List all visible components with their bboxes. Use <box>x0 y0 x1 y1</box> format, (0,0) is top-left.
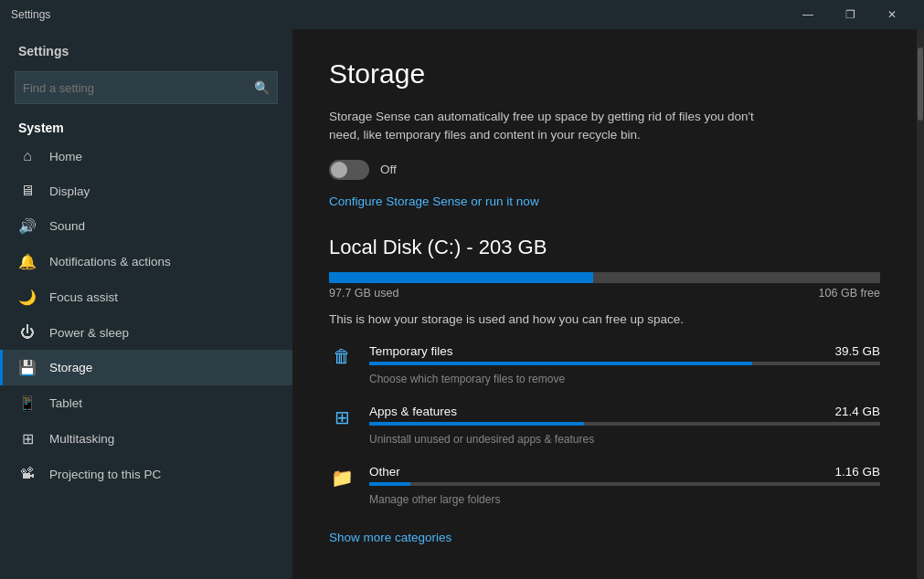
search-icon[interactable]: 🔍 <box>254 80 270 95</box>
app-title: Settings <box>11 8 50 21</box>
home-icon: ⌂ <box>18 148 37 164</box>
storage-item-temp[interactable]: 🗑 Temporary files 39.5 GB Choose which t… <box>329 344 880 386</box>
sidebar-label-tablet: Tablet <box>49 396 82 410</box>
apps-body: Apps & features 21.4 GB Uninstall unused… <box>369 405 880 447</box>
toggle-label: Off <box>380 163 397 176</box>
titlebar: Settings — ❐ ✕ <box>0 0 924 29</box>
temp-body: Temporary files 39.5 GB Choose which tem… <box>369 344 880 386</box>
other-name: Other <box>369 465 400 479</box>
apps-name: Apps & features <box>369 405 457 418</box>
disk-used-label: 97.7 GB used <box>329 287 398 300</box>
temp-desc: Choose which temporary files to remove <box>369 373 565 385</box>
sidebar-label-home: Home <box>49 150 82 163</box>
maximize-button[interactable]: ❐ <box>829 0 871 29</box>
system-label: System <box>0 113 292 139</box>
other-body: Other 1.16 GB Manage other large folders <box>369 465 880 507</box>
multitasking-icon: ⊞ <box>18 430 37 447</box>
sidebar-label-notifications: Notifications & actions <box>49 255 171 268</box>
apps-size: 21.4 GB <box>834 405 880 418</box>
other-desc: Manage other large folders <box>369 493 500 506</box>
scrollbar-thumb[interactable] <box>918 47 923 121</box>
scrollbar-track[interactable] <box>917 29 924 579</box>
storage-sense-toggle[interactable] <box>329 160 369 180</box>
sidebar-item-power[interactable]: ⏻ Power & sleep <box>0 315 292 350</box>
window-controls: — ❐ ✕ <box>787 0 913 29</box>
storage-sense-description: Storage Sense can automatically free up … <box>329 108 768 145</box>
show-more-link[interactable]: Show more categories <box>329 531 451 544</box>
temp-header: Temporary files 39.5 GB <box>369 344 880 358</box>
storage-icon: 💾 <box>18 359 37 376</box>
sidebar-label-projecting: Projecting to this PC <box>49 468 161 481</box>
sound-icon: 🔊 <box>18 217 37 235</box>
sidebar-item-notifications[interactable]: 🔔 Notifications & actions <box>0 244 292 279</box>
apps-bar-fill <box>369 422 584 426</box>
other-size: 1.16 GB <box>834 465 880 479</box>
configure-link[interactable]: Configure Storage Sense or run it now <box>329 195 539 208</box>
focus-icon: 🌙 <box>18 289 37 306</box>
sidebar-item-sound[interactable]: 🔊 Sound <box>0 208 292 244</box>
sidebar-header: Settings <box>0 29 292 66</box>
storage-description: This is how your storage is used and how… <box>329 312 880 326</box>
temp-icon: 🗑 <box>329 346 355 367</box>
search-box[interactable]: 🔍 <box>15 71 278 104</box>
temp-name: Temporary files <box>369 344 453 358</box>
sidebar-label-storage: Storage <box>49 361 92 374</box>
sidebar-label-display: Display <box>49 184 90 198</box>
disk-bar-fill <box>329 272 593 283</box>
sidebar-item-tablet[interactable]: 📱 Tablet <box>0 385 292 421</box>
storage-item-apps[interactable]: ⊞ Apps & features 21.4 GB Uninstall unus… <box>329 405 880 447</box>
notifications-icon: 🔔 <box>18 253 37 270</box>
apps-desc: Uninstall unused or undesired apps & fea… <box>369 433 594 446</box>
sidebar-item-projecting[interactable]: 📽 Projecting to this PC <box>0 457 292 491</box>
power-icon: ⏻ <box>18 324 37 341</box>
storage-items-list: 🗑 Temporary files 39.5 GB Choose which t… <box>329 344 880 507</box>
close-button[interactable]: ✕ <box>871 0 913 29</box>
other-bar-fill <box>369 482 410 486</box>
sidebar-label-multitasking: Multitasking <box>49 432 114 446</box>
projecting-icon: 📽 <box>18 466 37 482</box>
other-bar-bg <box>369 482 880 486</box>
display-icon: 🖥 <box>18 183 37 199</box>
storage-item-other[interactable]: 📁 Other 1.16 GB Manage other large folde… <box>329 465 880 507</box>
toggle-row: Off <box>329 160 880 180</box>
disk-free-label: 106 GB free <box>819 287 880 300</box>
sidebar-label-sound: Sound <box>49 219 85 233</box>
temp-bar-bg <box>369 362 880 365</box>
sidebar: Settings 🔍 System ⌂ Home 🖥 Display 🔊 Sou… <box>0 29 292 579</box>
nav-list: ⌂ Home 🖥 Display 🔊 Sound 🔔 Notifications… <box>0 139 292 491</box>
other-header: Other 1.16 GB <box>369 465 880 479</box>
other-icon: 📁 <box>329 467 355 489</box>
sidebar-item-multitasking[interactable]: ⊞ Multitasking <box>0 421 292 457</box>
disk-bar-background <box>329 272 880 283</box>
apps-bar-bg <box>369 422 880 426</box>
sidebar-label-focus: Focus assist <box>49 290 118 304</box>
temp-bar-fill <box>369 362 752 365</box>
toggle-knob <box>331 162 347 178</box>
apps-header: Apps & features 21.4 GB <box>369 405 880 418</box>
apps-icon: ⊞ <box>329 406 355 428</box>
disk-bar-labels: 97.7 GB used 106 GB free <box>329 287 880 300</box>
minimize-button[interactable]: — <box>787 0 829 29</box>
content-area: Storage Storage Sense can automatically … <box>292 29 917 579</box>
temp-size: 39.5 GB <box>834 344 880 358</box>
disk-title: Local Disk (C:) - 203 GB <box>329 236 880 259</box>
search-input[interactable] <box>23 81 254 95</box>
sidebar-item-focus[interactable]: 🌙 Focus assist <box>0 279 292 315</box>
tablet-icon: 📱 <box>18 395 37 412</box>
disk-bar-container: 97.7 GB used 106 GB free <box>329 272 880 300</box>
main-container: Settings 🔍 System ⌂ Home 🖥 Display 🔊 Sou… <box>0 29 924 579</box>
page-title: Storage <box>329 58 880 89</box>
sidebar-item-home[interactable]: ⌂ Home <box>0 139 292 174</box>
sidebar-item-display[interactable]: 🖥 Display <box>0 174 292 208</box>
sidebar-item-storage[interactable]: 💾 Storage <box>0 350 292 385</box>
sidebar-label-power: Power & sleep <box>49 326 129 340</box>
